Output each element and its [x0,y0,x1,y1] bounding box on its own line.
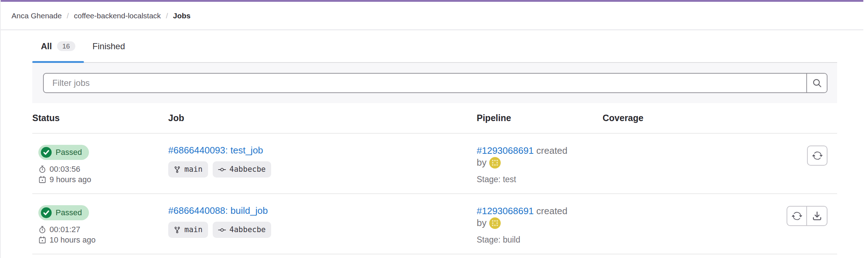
commit-tag[interactable]: 4abbecbe [213,222,271,238]
tab-finished[interactable]: Finished [84,30,134,62]
job-finished-at: 9 hours ago [49,174,91,185]
timer-icon [38,165,46,173]
job-cell: #6866440088: build_job main [168,205,477,238]
commit-icon [218,166,226,174]
branch-tag[interactable]: main [168,161,208,178]
commit-icon [218,226,226,234]
pipeline-created-text: created [536,145,567,156]
filter-search-group [43,73,827,93]
retry-icon [792,211,802,221]
breadcrumb-separator: / [166,11,168,20]
pipeline-link[interactable]: #1293068691 [477,206,534,216]
avatar[interactable] [489,217,501,229]
retry-icon [812,150,823,161]
col-header-status: Status [32,113,168,123]
actions-cell [746,205,837,226]
commit-sha: 4abbecbe [230,165,266,174]
job-duration: 00:01:27 [49,224,80,235]
calendar-icon [38,236,46,244]
status-badge-label: Passed [56,208,82,217]
jobs-content: All 16 Finished Statu [32,30,837,254]
job-link[interactable]: #6866440093: test_job [168,145,263,156]
job-meta: 00:03:56 9 hours ago [38,164,168,185]
table-header-row: Status Job Pipeline Coverage [32,103,837,134]
branch-name: main [184,165,203,174]
job-cell: #6866440093: test_job main [168,145,477,178]
branch-icon [174,226,181,234]
pipeline-link[interactable]: #1293068691 [477,145,534,156]
table-row: Passed 00:03:56 [32,134,837,194]
breadcrumb: Anca Ghenade / coffee-backend-localstack… [1,2,863,30]
avatar[interactable] [489,157,501,169]
status-badge[interactable]: Passed [38,205,89,220]
pipeline-by-text: by [477,217,486,228]
breadcrumb-group-link[interactable]: Anca Ghenade [11,11,62,20]
col-header-job: Job [168,113,477,123]
gitlab-jobs-page: Anca Ghenade / coffee-backend-localstack… [0,0,868,258]
status-badge-label: Passed [56,148,82,157]
job-meta: 00:01:27 10 hours ago [38,224,168,245]
search-button[interactable] [806,74,827,92]
job-finished-at: 10 hours ago [49,235,95,245]
actions-button-group [787,206,827,226]
actions-cell [746,145,837,166]
check-circle-icon [41,207,52,218]
breadcrumb-project-link[interactable]: coffee-backend-localstack [74,11,161,20]
breadcrumb-current-page: Jobs [173,11,190,20]
tab-all[interactable]: All 16 [32,30,84,62]
status-cell: Passed 00:01:27 [32,205,168,245]
pipeline-cell: #1293068691 created by [477,205,603,245]
jobs-tabs: All 16 Finished [32,30,837,63]
filter-bar [32,63,837,103]
col-header-coverage: Coverage [603,113,746,123]
pipeline-stage: Stage: build [477,235,603,245]
col-header-pipeline: Pipeline [477,113,603,123]
calendar-icon [38,176,46,184]
tab-all-label: All [41,41,52,51]
job-duration: 00:03:56 [49,164,80,174]
check-circle-icon [41,147,52,158]
tab-finished-label: Finished [93,41,125,51]
jobs-table: Status Job Pipeline Coverage [32,103,837,254]
commit-sha: 4abbecbe [230,225,266,235]
breadcrumb-separator: / [67,11,69,20]
pipeline-cell: #1293068691 created by [477,145,603,184]
tab-all-count-badge: 16 [57,41,75,51]
download-icon [812,211,822,221]
download-artifacts-button[interactable] [807,206,827,226]
pipeline-stage: Stage: test [477,175,603,184]
pipeline-by-text: by [477,157,486,168]
branch-icon [174,166,181,173]
retry-job-button[interactable] [787,206,807,226]
pipeline-created-text: created [536,206,567,216]
filter-jobs-input[interactable] [44,74,806,92]
retry-job-button[interactable] [807,146,827,166]
table-row: Passed 00:01:27 [32,194,837,254]
timer-icon [38,226,46,234]
commit-tag[interactable]: 4abbecbe [213,161,271,178]
status-cell: Passed 00:03:56 [32,145,168,185]
search-icon [812,78,822,88]
job-link[interactable]: #6866440088: build_job [168,205,268,216]
status-badge[interactable]: Passed [38,145,89,160]
branch-tag[interactable]: main [168,222,208,238]
branch-name: main [184,225,203,235]
